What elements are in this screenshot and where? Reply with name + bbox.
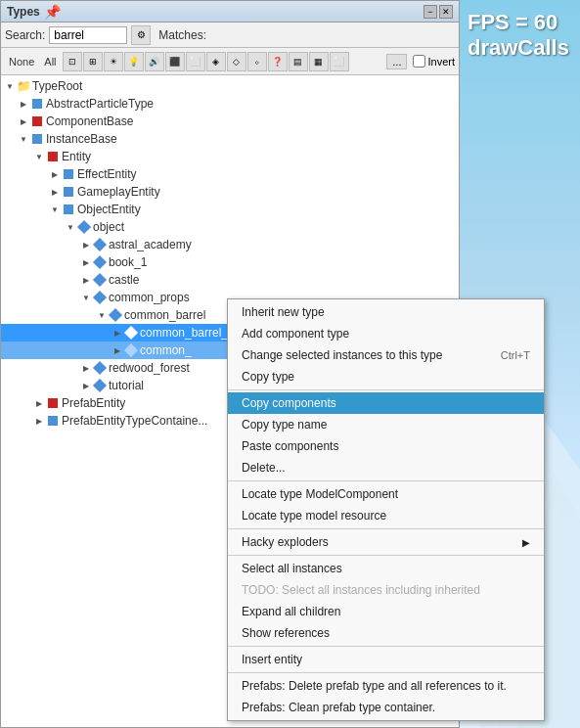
expand-icon-tutorial[interactable]: ▶ [79,379,93,392]
filter-btn-10[interactable]: ⬦ [247,52,267,71]
tree-item-effectentity[interactable]: ▶ EffectEntity [1,165,459,183]
ctx-arrow-hacky: ▶ [522,537,530,548]
tree-item-astral-academy[interactable]: ▶ astral_academy [1,236,459,253]
icon-barrel-dynamic [124,326,138,340]
icon-instancebase [30,132,44,146]
icon-prefabentitytypecontainer [46,414,60,428]
filter-btn-8[interactable]: ◈ [206,52,226,71]
tree-item-objectentity[interactable]: ▼ ObjectEntity [1,201,459,218]
tree-item-componentbase[interactable]: ▶ ComponentBase [1,113,459,130]
expand-icon-book1[interactable]: ▶ [79,255,93,269]
minimize-button[interactable]: − [424,5,437,19]
tree-item-castle[interactable]: ▶ castle [1,271,459,289]
ctx-label-insert-entity: Insert entity [242,653,302,666]
invert-checkbox-group: Invert [413,55,455,68]
filter-btn-12[interactable]: ▤ [289,52,308,71]
label-object: object [93,220,124,234]
expand-icon-instancebase[interactable]: ▼ [17,132,30,146]
filter-btn-2[interactable]: ⊞ [83,52,103,71]
ctx-delete[interactable]: Delete... [228,457,544,478]
title-bar-left: Types 📌 [7,4,61,20]
ctx-copy-components[interactable]: Copy components [228,392,544,414]
expand-icon-objectentity[interactable]: ▼ [48,203,62,216]
filter-btn-5[interactable]: 🔊 [145,52,164,71]
expand-icon-typeroot[interactable]: ▼ [3,79,17,93]
tree-item-object[interactable]: ▼ object [1,218,459,236]
ctx-separator-3 [228,528,544,529]
ctx-label-locate-model-resource: Locate type model resource [242,509,386,523]
filter-btn-3[interactable]: ☀ [104,52,123,71]
more-button[interactable]: ... [386,54,407,69]
ctx-label-hacky-exploders: Hacky exploders [242,535,329,549]
ctx-label-copy-components: Copy components [242,396,336,410]
tree-item-abstractparticletype[interactable]: ▶ AbstractParticleType [1,95,459,113]
ctx-add-component-type[interactable]: Add component type [228,323,544,344]
ctx-copy-type-name[interactable]: Copy type name [228,414,544,435]
all-button[interactable]: All [40,55,60,68]
filter-btn-7[interactable]: ⬜ [186,52,205,71]
ctx-label-add-component-type: Add component type [242,327,349,341]
filter-btn-14[interactable]: ⬜ [330,52,349,71]
title-bar-controls: − ✕ [424,5,453,19]
expand-icon-componentbase[interactable]: ▶ [17,114,30,128]
expand-icon-entity[interactable]: ▼ [32,150,46,163]
tree-item-typeroot[interactable]: ▼ 📁 TypeRoot [1,77,459,95]
search-input[interactable] [49,26,127,44]
ctx-change-selected-instances[interactable]: Change selected instances to this type C… [228,344,544,366]
ctx-separator-5 [228,646,544,647]
filter-btn-4[interactable]: 💡 [124,52,144,71]
title-bar: Types 📌 − ✕ [1,1,459,23]
ctx-separator-6 [228,672,544,673]
expand-icon-barrel-dynamic[interactable]: ▶ [111,326,124,340]
ctx-hacky-exploders[interactable]: Hacky exploders ▶ [228,531,544,553]
ctx-copy-type[interactable]: Copy type [228,366,544,387]
expand-icon-common2[interactable]: ▶ [111,343,124,357]
folder-icon-typeroot: 📁 [17,79,30,93]
filter-btn-11[interactable]: ❓ [268,52,288,71]
expand-icon-redwood-forest[interactable]: ▶ [79,361,93,375]
ctx-locate-model-component[interactable]: Locate type ModelComponent [228,483,544,505]
icon-redwood-forest [93,361,107,375]
tree-item-entity[interactable]: ▼ Entity [1,148,459,165]
ctx-paste-components[interactable]: Paste components [228,435,544,457]
ctx-inherit-new-type[interactable]: Inherit new type [228,301,544,323]
expand-icon-abstractparticletype[interactable]: ▶ [17,97,30,111]
tree-item-book1[interactable]: ▶ book_1 [1,253,459,271]
tree-item-instancebase[interactable]: ▼ InstanceBase [1,130,459,148]
label-common-barrel: common_barrel [124,308,205,322]
expand-icon-prefabentity[interactable]: ▶ [32,396,46,410]
invert-checkbox[interactable] [413,55,425,68]
ctx-prefabs-clean[interactable]: Prefabs: Clean prefab type container. [228,697,544,718]
ctx-locate-model-resource[interactable]: Locate type model resource [228,505,544,526]
none-button[interactable]: None [5,55,38,68]
ctx-select-all-instances[interactable]: Select all instances [228,558,544,579]
label-prefabentity: PrefabEntity [62,396,125,410]
label-typeroot: TypeRoot [32,79,82,93]
expand-icon-gameplayentity[interactable]: ▶ [48,185,62,199]
expand-icon-object[interactable]: ▼ [64,220,77,234]
expand-icon-common-props[interactable]: ▼ [79,291,93,304]
filter-btn-9[interactable]: ◇ [227,52,246,71]
search-options-button[interactable]: ⚙ [131,25,151,45]
pin-icon: 📌 [44,4,61,20]
filter-btn-13[interactable]: ▦ [309,52,329,71]
expand-icon-prefabentitytypecontainer[interactable]: ▶ [32,414,46,428]
expand-icon-astral-academy[interactable]: ▶ [79,238,93,251]
matches-label: Matches: [158,28,206,42]
ctx-expand-all-children[interactable]: Expand all children [228,601,544,622]
ctx-show-references[interactable]: Show references [228,622,544,644]
tree-item-gameplayentity[interactable]: ▶ GameplayEntity [1,183,459,201]
filter-btn-1[interactable]: ⊡ [63,52,82,71]
expand-icon-common-barrel[interactable]: ▼ [95,308,109,322]
close-button[interactable]: ✕ [439,5,453,19]
label-common2: common_ [140,343,192,357]
icon-common-barrel [109,308,122,322]
ctx-todo-select-all: TODO: Select all instances including inh… [228,579,544,601]
filter-btn-6[interactable]: ⬛ [165,52,185,71]
ctx-prefabs-delete[interactable]: Prefabs: Delete prefab type and all refe… [228,675,544,697]
ctx-separator-2 [228,480,544,481]
ctx-label-show-references: Show references [242,626,330,640]
ctx-insert-entity[interactable]: Insert entity [228,649,544,670]
expand-icon-castle[interactable]: ▶ [79,273,93,287]
expand-icon-effectentity[interactable]: ▶ [48,167,62,181]
